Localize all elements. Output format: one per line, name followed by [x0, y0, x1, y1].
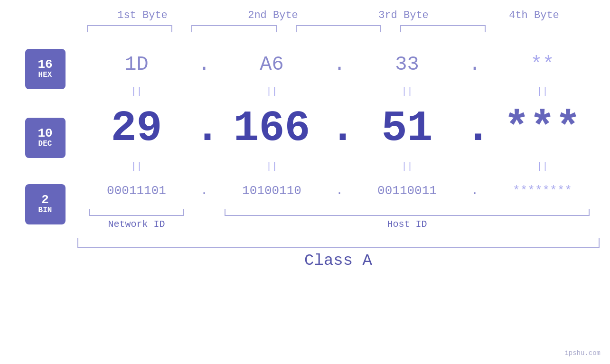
- top-bracket-2: [182, 25, 286, 35]
- sep2-b4: ||: [486, 161, 600, 172]
- hex-byte4-cell: **: [486, 53, 600, 76]
- hex-dot3: .: [464, 53, 486, 76]
- hex-byte4: **: [530, 53, 554, 76]
- values-area: 1D . A6 . 33 . **: [80, 44, 600, 230]
- bin-badge: 2 BIN: [25, 184, 66, 224]
- sep1-b2: ||: [215, 86, 329, 97]
- top-bracket-4: [391, 25, 495, 35]
- badges-column: 16 HEX 10 DEC 2 BIN: [25, 44, 80, 230]
- byte1-header: 1st Byte: [90, 9, 195, 21]
- hex-byte1-cell: 1D: [80, 53, 194, 76]
- hex-byte2-cell: A6: [215, 53, 329, 76]
- bin-badge-label: BIN: [38, 206, 52, 215]
- bin-byte3: 00110011: [377, 184, 437, 198]
- content-wrapper: 16 HEX 10 DEC 2 BIN 1D .: [11, 44, 600, 230]
- sep1-b3: ||: [350, 86, 464, 97]
- dec-badge: 10 DEC: [25, 118, 66, 158]
- byte3-header: 3rd Byte: [351, 9, 456, 21]
- hex-badge-label: HEX: [38, 71, 52, 80]
- bin-badge-number: 2: [41, 194, 49, 206]
- hex-byte1: 1D: [124, 53, 148, 76]
- sep-row-2: || || || ||: [80, 157, 600, 175]
- hex-dot2: .: [329, 53, 350, 76]
- bin-dot1: .: [194, 184, 215, 198]
- dec-dot1: .: [194, 104, 215, 153]
- sep2-b2: ||: [215, 161, 329, 172]
- dec-byte3: 51: [381, 104, 432, 153]
- byte2-header: 2nd Byte: [221, 9, 325, 21]
- class-label: Class A: [77, 252, 600, 270]
- byte4-header: 4th Byte: [482, 9, 586, 21]
- watermark: ipshu.com: [564, 349, 601, 357]
- dec-byte1: 29: [111, 104, 162, 153]
- bin-dot2: .: [329, 184, 350, 198]
- hex-byte3-cell: 33: [350, 53, 464, 76]
- hex-badge: 16 HEX: [25, 49, 66, 89]
- top-bracket-1: [77, 25, 182, 35]
- host-id-label: Host ID: [215, 219, 600, 230]
- bin-row: 00011101 . 10100110 . 00110011 .: [80, 175, 600, 206]
- network-host-labels: Network ID Host ID: [80, 219, 600, 230]
- hex-badge-number: 16: [38, 58, 52, 71]
- bin-byte1-cell: 00011101: [80, 184, 194, 198]
- top-bracket-3: [286, 25, 391, 35]
- bottom-bracket-area: [80, 209, 600, 216]
- bin-byte1: 00011101: [107, 184, 166, 198]
- bin-dot3: .: [464, 184, 486, 198]
- host-bracket: [215, 209, 600, 216]
- sep2-b1: ||: [80, 161, 194, 172]
- dec-byte3-cell: 51: [350, 104, 464, 153]
- sep1-b1: ||: [80, 86, 194, 97]
- hex-byte3: 33: [395, 53, 419, 76]
- bin-byte2: 10100110: [242, 184, 301, 198]
- dec-byte4: ***: [504, 104, 581, 153]
- class-section: Class A: [77, 238, 600, 270]
- class-bracket: [77, 238, 600, 248]
- bin-byte4-cell: ********: [486, 184, 600, 198]
- dec-byte2-cell: 166: [215, 104, 329, 153]
- network-id-label: Network ID: [80, 219, 194, 230]
- sep1-b4: ||: [486, 86, 600, 97]
- dec-badge-number: 10: [38, 127, 52, 140]
- sep2-b3: ||: [350, 161, 464, 172]
- dec-dot2: .: [329, 104, 350, 153]
- bin-byte4: ********: [513, 184, 572, 198]
- dec-badge-label: DEC: [38, 140, 52, 149]
- hex-dot1: .: [194, 53, 215, 76]
- dec-byte2: 166: [233, 104, 310, 153]
- main-container: 1st Byte 2nd Byte 3rd Byte 4th Byte 16 H…: [0, 0, 610, 364]
- network-bracket: [80, 209, 194, 216]
- dec-byte4-cell: ***: [486, 104, 600, 153]
- top-brackets: [77, 25, 600, 35]
- hex-row: 1D . A6 . 33 . **: [80, 47, 600, 82]
- dec-dot3: .: [464, 104, 486, 153]
- bin-byte3-cell: 00110011: [350, 184, 464, 198]
- dec-row: 29 . 166 . 51 . ***: [80, 100, 600, 157]
- sep-row-1: || || || ||: [80, 82, 600, 100]
- bin-byte2-cell: 10100110: [215, 184, 329, 198]
- dec-byte1-cell: 29: [80, 104, 194, 153]
- byte-headers: 1st Byte 2nd Byte 3rd Byte 4th Byte: [77, 9, 600, 21]
- hex-byte2: A6: [260, 53, 283, 76]
